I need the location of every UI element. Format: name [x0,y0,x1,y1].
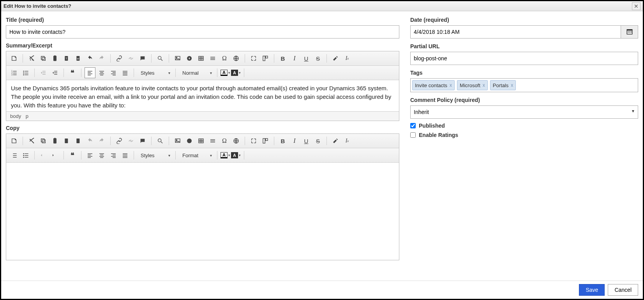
find-icon[interactable] [155,53,166,64]
italic-icon[interactable]: I [289,135,300,146]
svg-rect-64 [263,139,265,143]
table-icon[interactable] [196,53,206,64]
image-icon[interactable] [172,53,183,64]
unlink-icon[interactable] [125,135,136,146]
redo-icon[interactable] [96,53,107,64]
textcolor-combo[interactable]: A▾ [221,70,230,76]
source-icon[interactable] [9,135,19,146]
ratings-checkbox[interactable] [410,132,416,138]
alignright-icon[interactable] [108,150,119,161]
indent-icon[interactable] [49,150,60,161]
anchor-icon[interactable] [137,135,148,146]
undo-icon[interactable] [85,135,95,146]
path-p[interactable]: p [26,113,28,119]
showblocks-icon[interactable] [260,53,271,64]
redo-icon[interactable] [96,135,107,146]
numberlist-icon[interactable] [9,150,19,161]
indent-icon[interactable] [49,67,60,78]
close-button[interactable]: ✕ [632,2,640,10]
published-checkbox[interactable] [410,123,416,128]
iframe-icon[interactable] [231,53,242,64]
partial-url-input[interactable] [410,52,638,65]
styles-combo[interactable]: Styles [137,67,172,78]
title-input[interactable] [6,25,399,39]
form-scroll[interactable]: Title (required) Summary/Excerpt T W [1,11,643,281]
copy-icon[interactable] [38,53,49,64]
date-input[interactable] [410,25,621,39]
link-icon[interactable] [114,135,125,146]
save-button[interactable]: Save [579,284,605,296]
format-combo[interactable]: Format [179,150,214,161]
hr-icon[interactable] [207,135,218,146]
outdent-icon[interactable] [38,67,49,78]
aligncenter-icon[interactable] [96,150,107,161]
bgcolor-combo[interactable]: A▾ [231,70,241,76]
removeformat-icon[interactable]: Ix [342,53,353,64]
flash-icon[interactable] [184,53,195,64]
comment-policy-select[interactable]: Inherit [410,105,638,119]
showblocks-icon[interactable] [260,135,271,146]
tag-remove-icon[interactable]: x [450,82,452,88]
cancel-button[interactable]: Cancel [608,284,638,296]
published-label[interactable]: Published [419,123,445,129]
justify-icon[interactable] [120,67,131,78]
anchor-icon[interactable] [137,53,148,64]
aligncenter-icon[interactable] [96,67,107,78]
table-icon[interactable] [196,135,206,146]
paste-text-icon[interactable]: T [61,53,72,64]
bgcolor-combo[interactable]: A▾ [231,152,241,158]
summary-textarea[interactable]: Use the Dynamics 365 portals invitation … [6,80,399,111]
alignright-icon[interactable] [108,67,119,78]
underline-icon[interactable]: U [301,135,312,146]
calendar-button[interactable] [621,25,638,39]
copy-textarea[interactable] [6,163,399,260]
link-icon[interactable] [114,53,125,64]
strike-icon[interactable]: S [312,135,323,146]
format-combo[interactable]: Normal [179,67,214,78]
find-icon[interactable] [155,135,166,146]
unlink-icon[interactable] [125,53,136,64]
tags-input[interactable]: Invite contactsxMicrosoftxPortalsx [410,78,638,92]
alignleft-icon[interactable] [85,150,95,161]
hr-icon[interactable] [207,53,218,64]
justify-icon[interactable] [120,150,131,161]
paste-icon[interactable] [49,135,60,146]
alignleft-icon[interactable] [85,67,95,78]
specialchar-icon[interactable]: Ω [219,53,230,64]
italic-icon[interactable]: I [289,53,300,64]
paste-text-icon[interactable] [61,135,72,146]
bold-icon[interactable]: B [277,135,288,146]
strike-icon[interactable]: S [312,53,323,64]
removeformat-icon[interactable]: Ix [342,135,353,146]
numberlist-icon[interactable]: 123 [9,67,19,78]
source-icon[interactable] [9,53,19,64]
underline-icon[interactable]: U [301,53,312,64]
undo-icon[interactable] [85,53,95,64]
textcolor-combo[interactable]: A▾ [221,152,230,158]
paste-word-icon[interactable] [73,135,84,146]
specialchar-icon[interactable]: Ω [219,135,230,146]
bulletlist-icon[interactable] [20,150,31,161]
blockquote-icon[interactable]: ❝ [67,150,78,161]
image-icon[interactable] [172,135,183,146]
iframe-icon[interactable] [231,135,242,146]
paste-icon[interactable] [49,53,60,64]
bulletlist-icon[interactable] [20,67,31,78]
tag-remove-icon[interactable]: x [483,82,485,88]
path-body[interactable]: body [10,113,21,119]
cut-icon[interactable] [26,135,37,146]
styles-combo[interactable]: Styles [137,150,172,161]
highlight-icon[interactable] [330,53,341,64]
maximize-icon[interactable] [248,135,259,146]
ratings-label[interactable]: Enable Ratings [419,132,458,138]
copy-icon[interactable] [38,135,49,146]
flash-icon[interactable] [184,135,195,146]
outdent-icon[interactable] [38,150,49,161]
tag-remove-icon[interactable]: x [511,82,513,88]
blockquote-icon[interactable]: ❝ [67,67,78,78]
bold-icon[interactable]: B [277,53,288,64]
paste-word-icon[interactable]: W [73,53,84,64]
cut-icon[interactable] [26,53,37,64]
maximize-icon[interactable] [248,53,259,64]
highlight-icon[interactable] [330,135,341,146]
